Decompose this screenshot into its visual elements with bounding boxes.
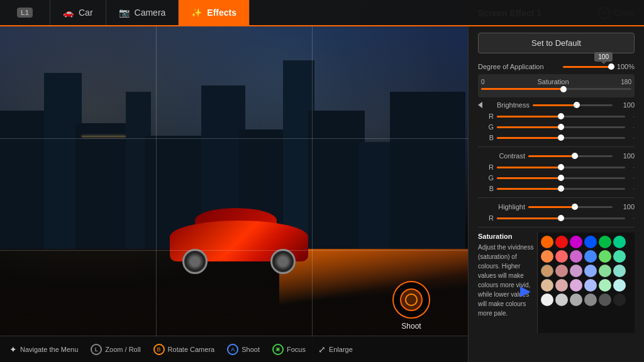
contrast-r-slider[interactable] <box>497 167 625 168</box>
contrast-g-label: G <box>481 174 494 182</box>
swatch-tan[interactable] <box>541 265 553 277</box>
swatch-peach[interactable] <box>541 279 553 292</box>
f-button: ▣ <box>272 344 284 355</box>
swatch-mauve[interactable] <box>570 265 582 277</box>
tab-camera[interactable]: 📷 Camera <box>106 0 179 25</box>
swatch-lightred[interactable] <box>555 250 568 263</box>
a-button: A <box>227 344 238 355</box>
swatch-red[interactable] <box>555 236 568 248</box>
brightness-arrow-left[interactable] <box>478 102 482 108</box>
contrast-g-slider[interactable] <box>497 177 625 179</box>
swatch-palegreen[interactable] <box>599 279 611 292</box>
tab-car[interactable]: 🚗 Car <box>50 0 106 25</box>
swatch-teal[interactable] <box>613 236 626 248</box>
info-description: Adjust the vividness (saturation) of col… <box>478 243 534 318</box>
swatch-lightpurple[interactable] <box>570 250 582 263</box>
swatch-paleaqua[interactable] <box>613 279 626 292</box>
contrast-r-row: R · <box>478 163 635 171</box>
ctrl-shoot: A Shoot <box>227 344 260 355</box>
car-tab-label: Car <box>79 8 93 18</box>
swatch-white[interactable] <box>541 293 553 306</box>
contrast-row: Contrast 100 <box>478 152 635 160</box>
scroll-arrow[interactable]: ▶ <box>520 283 531 299</box>
swatch-lightgreen[interactable] <box>599 250 611 263</box>
g-slider-1[interactable] <box>497 126 625 128</box>
ctrl-zoom: L Zoom / Roll <box>91 344 140 355</box>
degree-value: 100% <box>616 63 635 70</box>
swatch-lavender[interactable] <box>570 279 582 292</box>
swatch-nearblack[interactable] <box>613 293 626 306</box>
swatch-lightteal[interactable] <box>613 250 626 263</box>
palette-row-5 <box>541 293 631 306</box>
highlight-thumb[interactable] <box>572 204 578 210</box>
l1-button[interactable]: L1 <box>0 0 50 25</box>
brightness-thumb[interactable] <box>574 102 580 108</box>
contrast-r-thumb[interactable] <box>558 164 564 170</box>
palette-row-1 <box>541 236 631 248</box>
tab-effects[interactable]: ✨ Effects <box>179 0 250 25</box>
bottom-controls-bar: ✦ Navigate the Menu L Zoom / Roll B Rota… <box>0 336 468 362</box>
swatch-lightblue[interactable] <box>584 250 597 263</box>
contrast-thumb[interactable] <box>572 153 578 159</box>
palette-row-2 <box>541 250 631 263</box>
r-slider-1[interactable] <box>497 116 625 118</box>
swatch-rose[interactable] <box>555 265 568 277</box>
shoot-button-area[interactable]: Shoot <box>392 281 430 331</box>
saturation-slider[interactable] <box>481 88 631 90</box>
navigate-label: Navigate the Menu <box>20 346 78 353</box>
contrast-slider[interactable] <box>528 155 613 157</box>
car-tab-icon: 🚗 <box>63 8 74 18</box>
swatch-mint[interactable] <box>599 265 611 277</box>
contrast-g-dot: · <box>628 174 635 182</box>
camera-tab-label: Camera <box>135 8 166 18</box>
swatch-aqua[interactable] <box>613 265 626 277</box>
palette-row-3 <box>541 265 631 277</box>
saturation-thumb[interactable] <box>560 86 567 92</box>
swatch-skyblue[interactable] <box>584 279 597 292</box>
camera-tab-icon: 📷 <box>119 8 130 18</box>
highlight-r-thumb[interactable] <box>558 215 564 221</box>
swatch-green[interactable] <box>599 236 611 248</box>
r-dot-1: · <box>628 112 635 120</box>
g-label-1: G <box>481 123 494 131</box>
swatch-blue[interactable] <box>584 236 597 248</box>
contrast-b-slider[interactable] <box>497 188 625 190</box>
l-button: L <box>91 344 102 355</box>
swatch-lightorange[interactable] <box>541 250 553 263</box>
degree-thumb[interactable] <box>608 63 614 70</box>
swatch-periwinkle[interactable] <box>584 265 597 277</box>
g-dot-1: · <box>628 123 635 131</box>
g-thumb-1[interactable] <box>558 124 564 130</box>
degree-slider[interactable]: 100 <box>563 66 613 68</box>
brightness-value: 100 <box>616 101 635 109</box>
contrast-b-thumb[interactable] <box>558 185 564 192</box>
b-slider-1[interactable] <box>497 137 625 139</box>
contrast-g-thumb[interactable] <box>558 175 564 181</box>
sat-max: 180 <box>616 79 631 85</box>
swatch-darkgray[interactable] <box>599 293 611 306</box>
degree-tooltip: 100 <box>594 52 613 62</box>
swatch-lightgray[interactable] <box>555 293 568 306</box>
shoot-button-inner <box>400 288 423 311</box>
shoot-button[interactable] <box>392 281 430 319</box>
contrast-b-dot: · <box>628 185 635 192</box>
highlight-r-slider[interactable] <box>497 217 625 219</box>
swatch-orange[interactable] <box>541 236 553 248</box>
shoot-label: Shoot <box>401 322 421 331</box>
contrast-value: 100 <box>616 152 635 160</box>
b-button: B <box>153 344 165 355</box>
r-thumb-1[interactable] <box>558 113 564 119</box>
b-thumb-1[interactable] <box>558 134 564 141</box>
swatch-medgray[interactable] <box>584 293 597 306</box>
degree-label: Degree of Application <box>478 63 560 70</box>
swatch-purple[interactable] <box>570 236 582 248</box>
highlight-r-dot: · <box>628 214 635 222</box>
highlight-slider[interactable] <box>528 206 613 208</box>
swatch-gray[interactable] <box>570 293 582 306</box>
set-default-button[interactable]: Set to Default <box>478 33 635 53</box>
effects-tab-icon: ✨ <box>191 8 202 18</box>
ctrl-enlarge: ⤢ Enlarge <box>318 344 353 354</box>
g-sub-row: G · <box>478 123 635 131</box>
swatch-blush[interactable] <box>555 279 568 292</box>
brightness-slider[interactable] <box>533 104 613 106</box>
